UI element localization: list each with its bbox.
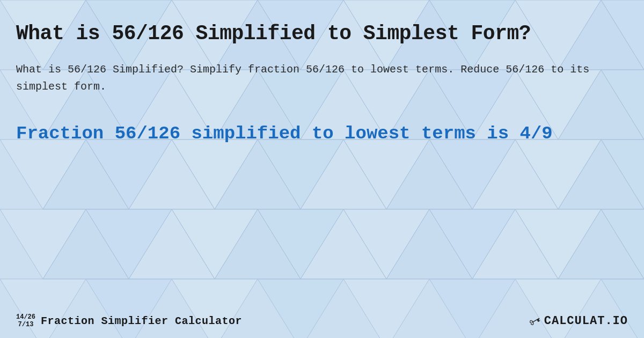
brand-label: Fraction Simplifier Calculator bbox=[41, 315, 242, 327]
fraction-top: 14/26 bbox=[16, 314, 35, 321]
result-section: Fraction 56/126 simplified to lowest ter… bbox=[16, 122, 628, 145]
footer: 14/26 7/13 Fraction Simplifier Calculato… bbox=[16, 314, 628, 328]
page-title: What is 56/126 Simplified to Simplest Fo… bbox=[16, 21, 628, 46]
fraction-display: 14/26 7/13 bbox=[16, 314, 35, 328]
result-heading: Fraction 56/126 simplified to lowest ter… bbox=[16, 122, 628, 145]
footer-left: 14/26 7/13 Fraction Simplifier Calculato… bbox=[16, 314, 242, 328]
key-icon: 🗝 bbox=[526, 312, 544, 330]
fraction-bottom: 7/13 bbox=[18, 321, 34, 328]
footer-right: 🗝 CALCULAT.IO bbox=[529, 314, 628, 328]
page-description: What is 56/126 Simplified? Simplify frac… bbox=[16, 61, 628, 95]
calcit-logo: CALCULAT.IO bbox=[544, 314, 628, 328]
